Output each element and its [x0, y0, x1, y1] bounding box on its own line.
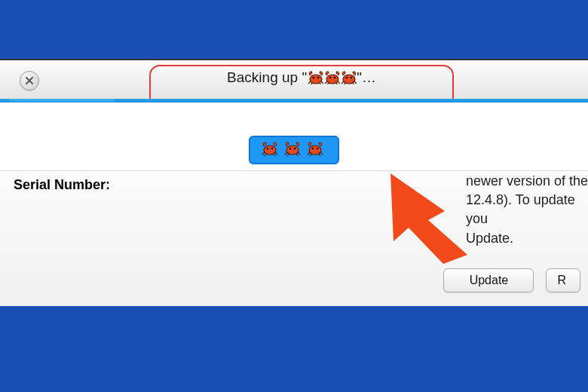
app-window: Backing up ""… Serial Number: newer vers…: [0, 59, 588, 306]
info-line-1: newer version of the: [466, 173, 588, 188]
crab-icon: [323, 69, 340, 84]
backdrop: Backing up ""… Serial Number: newer vers…: [0, 0, 588, 392]
crab-icon: [306, 140, 327, 160]
status-prefix: Backing up ": [227, 69, 307, 85]
titlebar: Backing up ""…: [0, 60, 588, 103]
crab-icon: [283, 140, 305, 160]
backup-status: Backing up ""…: [149, 69, 454, 86]
close-button[interactable]: [20, 71, 39, 90]
serial-number-label: Serial Number:: [14, 177, 110, 193]
device-tab[interactable]: [249, 136, 339, 170]
info-line-2: 12.4.8). To update you: [466, 192, 575, 226]
restore-button[interactable]: R: [546, 268, 580, 292]
crab-icon: [307, 69, 323, 84]
crab-icon: [261, 140, 282, 160]
info-line-3: Update.: [466, 231, 513, 246]
toolbar-gap: [0, 103, 588, 137]
close-icon: [25, 76, 34, 85]
status-suffix: "…: [357, 69, 376, 85]
crab-icon: [340, 69, 357, 84]
device-name-icons: [307, 69, 357, 84]
button-row: Update R: [443, 268, 580, 292]
update-info-text: newer version of the 12.4.8). To update …: [466, 172, 588, 248]
device-info-panel: Serial Number: newer version of the 12.4…: [0, 170, 588, 306]
update-button[interactable]: Update: [443, 268, 534, 292]
